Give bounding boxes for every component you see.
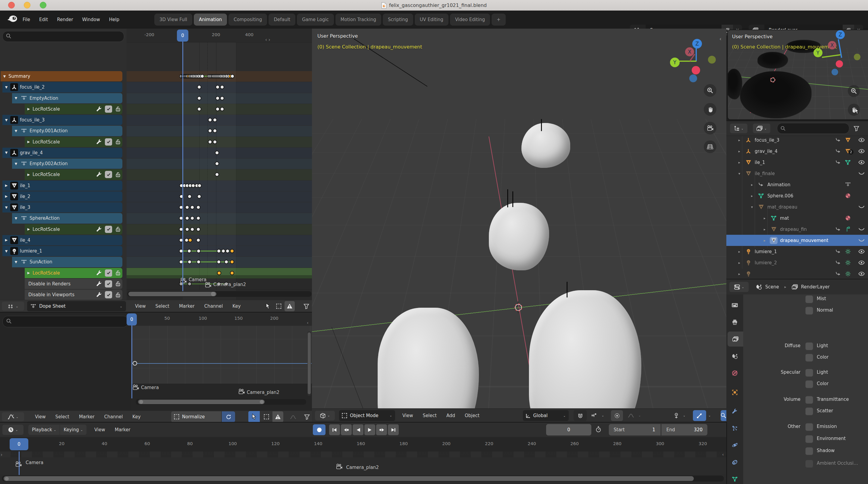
filter-funnel-icon[interactable] xyxy=(854,126,859,131)
outliner-row-lumiere-1[interactable]: ▸lumiere_1 xyxy=(726,246,868,257)
panel-collapse-icon[interactable]: ‹ xyxy=(719,36,721,42)
tab-modifiers[interactable] xyxy=(726,404,743,419)
graph-playhead[interactable] xyxy=(131,319,132,398)
zoom-window-button[interactable] xyxy=(40,2,46,8)
keyframe-dot[interactable] xyxy=(197,194,201,199)
panel-collapse-icon[interactable]: ‹ xyxy=(307,320,309,325)
expander-icon[interactable]: ▶ xyxy=(25,140,33,144)
material-icon[interactable] xyxy=(843,193,852,199)
mute-checkbox[interactable] xyxy=(105,226,112,233)
axis-z-ball[interactable]: Z xyxy=(692,39,702,49)
mute-checkbox[interactable] xyxy=(105,171,112,178)
prop-checkbox-scatter[interactable] xyxy=(805,407,813,415)
eye-open-icon[interactable] xyxy=(855,149,868,153)
prop-checkbox-light[interactable] xyxy=(805,342,813,350)
end-frame-field[interactable]: End320 xyxy=(661,424,707,435)
outliner-row-animation[interactable]: ▸Animation xyxy=(726,179,868,190)
wrench-icon[interactable] xyxy=(95,106,104,112)
graph-vscroll-handle[interactable] xyxy=(308,332,311,394)
filter-funnel-icon[interactable] xyxy=(301,301,312,311)
pan-hand-button[interactable] xyxy=(704,103,716,116)
expander-icon[interactable]: ▼ xyxy=(12,162,20,166)
tab-constraints[interactable] xyxy=(726,455,743,470)
eye-open-icon[interactable] xyxy=(855,249,868,254)
keyframe-dot[interactable] xyxy=(188,238,192,242)
outliner-search-input[interactable] xyxy=(777,123,849,134)
wrench-icon[interactable] xyxy=(95,270,104,276)
keyframe-dot[interactable] xyxy=(230,271,234,275)
expander-icon[interactable]: ▼ xyxy=(12,216,20,220)
breadcrumb-layer[interactable]: RenderLayer xyxy=(801,284,830,290)
island-mesh[interactable] xyxy=(489,203,549,270)
keyframe-dot[interactable] xyxy=(225,249,230,253)
material-icon[interactable] xyxy=(843,215,852,221)
eye-closed-icon[interactable] xyxy=(855,228,868,231)
axis-minus-x-ball[interactable] xyxy=(708,56,716,64)
channel-row-locrotscale[interactable]: ▶LocRotScale xyxy=(25,224,122,235)
axis-x-ball[interactable]: X xyxy=(685,47,694,56)
keyframe-dot[interactable] xyxy=(230,249,234,253)
menu-add[interactable]: Add xyxy=(441,413,460,418)
menu-select[interactable]: Select xyxy=(51,414,74,420)
blender-logo-icon[interactable] xyxy=(7,14,18,23)
channel-row-grav-ile-4[interactable]: ▼grav_ile_4 xyxy=(2,148,122,158)
eye-open-icon[interactable] xyxy=(855,138,868,142)
camera-view-button[interactable] xyxy=(704,122,716,134)
mouse-cursor-icon[interactable] xyxy=(855,108,860,115)
wrench-icon[interactable] xyxy=(95,139,104,145)
channel-row-ile-1[interactable]: ▶ile_1 xyxy=(2,181,122,191)
axis-minus-z-ball[interactable] xyxy=(689,74,697,82)
box-select-icon[interactable] xyxy=(261,411,272,423)
graph-search-input[interactable] xyxy=(2,316,128,327)
expander-icon[interactable]: ▼ xyxy=(2,206,10,209)
camera-marker-icon[interactable] xyxy=(336,463,343,470)
timeline-current-frame[interactable]: 0 xyxy=(10,438,28,450)
menu-object[interactable]: Object xyxy=(460,413,484,418)
dope-current-frame[interactable]: 0 xyxy=(177,30,188,41)
channel-row-disable-in-renders[interactable]: Disable in Renders xyxy=(25,279,122,289)
animation-icon[interactable] xyxy=(833,249,843,254)
prop-checkbox-environment[interactable] xyxy=(805,435,813,443)
visibility-icon[interactable] xyxy=(671,413,681,419)
sun-data-icon[interactable] xyxy=(843,249,852,254)
workspace-tab-animation[interactable]: Animation xyxy=(194,13,227,26)
axis-y-ball[interactable]: Y xyxy=(670,58,680,67)
orientation-selector[interactable]: Global⌄ xyxy=(523,410,569,421)
graph-ruler[interactable] xyxy=(131,312,312,326)
outliner-row-sphere-006[interactable]: ▸Sphere.006 xyxy=(726,190,868,201)
eye-closed-icon[interactable] xyxy=(855,205,868,209)
outliner-row-lumiere-2[interactable]: ▸lumiere_2 xyxy=(726,257,868,268)
proportional-falloff-icon[interactable] xyxy=(625,413,637,418)
normalize-refresh-button[interactable] xyxy=(222,412,235,422)
workspace-tab-video-editing[interactable]: Video Editing xyxy=(450,13,490,26)
normalize-icon[interactable] xyxy=(171,414,182,420)
stopwatch-icon[interactable] xyxy=(595,426,601,432)
menu-view[interactable]: View xyxy=(30,414,51,420)
tab-physics[interactable] xyxy=(726,437,743,453)
menu-key[interactable]: Key xyxy=(227,303,245,309)
menu-file[interactable]: File xyxy=(18,13,35,26)
keyframe-dot[interactable] xyxy=(220,96,224,100)
tab-render[interactable] xyxy=(726,298,743,312)
panel-expand-icon[interactable]: › xyxy=(1,452,2,457)
axis-z-ball[interactable]: Z xyxy=(836,30,845,39)
eye-open-icon[interactable] xyxy=(855,160,868,164)
keyframe-dot[interactable] xyxy=(196,249,201,253)
ghost-curves-icon[interactable] xyxy=(287,411,299,423)
channel-row-ile-2[interactable]: ▶ile_2 xyxy=(2,191,122,202)
graph-hscroll-handle[interactable] xyxy=(138,400,265,404)
mesh-data-icon[interactable] xyxy=(843,138,852,143)
wireframe-island[interactable] xyxy=(757,52,788,69)
channel-row-summary[interactable]: ▼Summary xyxy=(1,71,122,81)
expander-icon[interactable]: ▸ xyxy=(764,238,770,243)
lock-open-icon[interactable] xyxy=(113,270,122,276)
minimize-window-button[interactable] xyxy=(24,2,30,8)
channel-row-disable-in-viewports[interactable]: Disable in Viewports xyxy=(25,290,122,300)
tab-object-data[interactable] xyxy=(726,472,743,484)
dope-search-input[interactable] xyxy=(2,31,124,42)
select-cursor-button[interactable] xyxy=(248,411,260,423)
mute-checkbox[interactable] xyxy=(105,138,112,146)
lock-open-icon[interactable] xyxy=(113,281,122,286)
keyframe-dot[interactable] xyxy=(187,194,192,199)
keyframe-dot[interactable] xyxy=(196,260,201,264)
